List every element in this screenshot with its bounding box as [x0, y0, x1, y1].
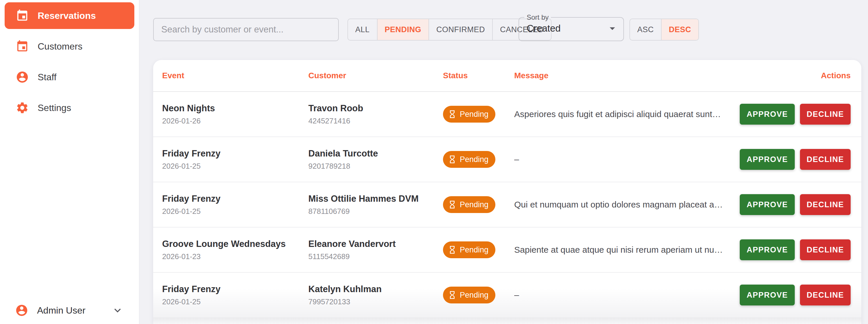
sidebar-item-reservations[interactable]: Reservations: [5, 2, 134, 29]
customer-name: Daniela Turcotte: [308, 148, 443, 159]
sort-order-group: ASC DESC: [629, 19, 699, 40]
event-name: Friday Frenzy: [162, 193, 308, 204]
status-label: Pending: [460, 200, 489, 209]
table-row: Friday Frenzy 2026-01-25 Miss Ottilie Ha…: [153, 182, 861, 228]
customer-phone: 8781106769: [308, 207, 443, 216]
column-header-status: Status: [443, 71, 514, 80]
table-row: Neon Nights 2026-01-26 Travon Roob 42452…: [153, 92, 861, 137]
event-date: 2026-01-25: [162, 207, 308, 216]
customer-name: Eleanore Vandervort: [308, 238, 443, 249]
sort-by-value: Created: [527, 23, 560, 34]
status-filter-button[interactable]: PENDING: [377, 19, 429, 40]
user-name: Admin User: [37, 305, 85, 316]
decline-button[interactable]: DECLINE: [800, 149, 850, 170]
sort-order-button[interactable]: ASC: [630, 19, 661, 40]
table-row: Friday Frenzy 2026-01-25 Katelyn Kuhlman…: [153, 273, 861, 318]
status-badge: Pending: [443, 151, 495, 168]
hourglass-icon: [447, 155, 457, 164]
message-text: Qui et numquam ut optio dolores magnam p…: [514, 200, 729, 209]
event-name: Groove Lounge Wednesdays: [162, 238, 308, 249]
message-text: Sapiente at quae atque qui nisi rerum ap…: [514, 245, 729, 255]
customer-phone: 7995720133: [308, 297, 443, 306]
sidebar: Reservations Customers Staff Settings Ad…: [0, 0, 140, 324]
hourglass-icon: [447, 290, 457, 300]
message-text: –: [514, 290, 729, 300]
customer-name: Travon Roob: [308, 103, 443, 114]
customer-name: Katelyn Kuhlman: [308, 284, 443, 294]
approve-button[interactable]: APPROVE: [740, 194, 795, 215]
status-badge: Pending: [443, 287, 495, 303]
reservations-table: Event Customer Status Message Actions Ne…: [153, 60, 861, 324]
decline-button[interactable]: DECLINE: [800, 285, 850, 305]
table-row: Groove Lounge Wednesdays 2026-01-23 Elea…: [153, 228, 861, 273]
user-menu[interactable]: Admin User: [0, 304, 139, 317]
message-text: –: [514, 154, 729, 164]
status-label: Pending: [460, 110, 489, 119]
approve-button[interactable]: APPROVE: [740, 104, 795, 125]
approve-button[interactable]: APPROVE: [740, 149, 795, 170]
account-circle-icon: [16, 70, 29, 84]
event-calendar-icon: [16, 40, 29, 53]
customer-phone: 5115542689: [308, 252, 443, 261]
search-input[interactable]: [153, 18, 339, 41]
message-text: Asperiores quis fugit et adipisci aliqui…: [514, 109, 729, 119]
event-name: Friday Frenzy: [162, 148, 308, 159]
table-body: Neon Nights 2026-01-26 Travon Roob 42452…: [153, 92, 861, 318]
sort-order-button[interactable]: DESC: [661, 19, 698, 40]
event-date: 2026-01-25: [162, 162, 308, 171]
sidebar-item-settings[interactable]: Settings: [5, 94, 134, 121]
hourglass-icon: [447, 200, 457, 209]
sidebar-item-label: Customers: [38, 41, 83, 52]
gear-icon: [16, 101, 29, 115]
table-header-row: Event Customer Status Message Actions: [153, 60, 861, 92]
status-badge: Pending: [443, 241, 495, 258]
next-row-partial: [153, 318, 861, 324]
approve-button[interactable]: APPROVE: [740, 239, 795, 260]
hourglass-icon: [447, 110, 457, 119]
status-label: Pending: [460, 245, 489, 255]
sidebar-item-customers[interactable]: Customers: [5, 33, 134, 60]
sort-by-select[interactable]: Sort by Created: [519, 13, 624, 41]
table-row: Friday Frenzy 2026-01-25 Daniela Turcott…: [153, 137, 861, 182]
status-filter-button[interactable]: CONFIRMED: [429, 19, 492, 40]
event-calendar-icon: [16, 9, 29, 22]
dropdown-arrow-icon: [606, 22, 619, 35]
customer-name: Miss Ottilie Hammes DVM: [308, 193, 443, 204]
status-badge: Pending: [443, 196, 495, 213]
event-date: 2026-01-23: [162, 252, 308, 261]
column-header-event: Event: [162, 71, 308, 80]
status-filter-button[interactable]: ALL: [348, 19, 377, 40]
status-label: Pending: [460, 155, 489, 164]
sort-by-label: Sort by: [524, 13, 551, 22]
decline-button[interactable]: DECLINE: [800, 104, 850, 125]
hourglass-icon: [447, 245, 457, 255]
sidebar-item-label: Reservations: [38, 10, 96, 21]
column-header-customer: Customer: [308, 71, 443, 80]
customer-phone: 4245271416: [308, 117, 443, 125]
status-label: Pending: [460, 291, 489, 300]
approve-button[interactable]: APPROVE: [740, 285, 795, 305]
chevron-down-icon: [111, 304, 124, 317]
event-date: 2026-01-25: [162, 297, 308, 306]
decline-button[interactable]: DECLINE: [800, 194, 850, 215]
event-name: Friday Frenzy: [162, 284, 308, 294]
event-name: Neon Nights: [162, 103, 308, 114]
sidebar-item-staff[interactable]: Staff: [5, 64, 134, 90]
column-header-message: Message: [514, 71, 729, 80]
account-circle-icon: [15, 304, 28, 317]
decline-button[interactable]: DECLINE: [800, 239, 850, 260]
column-header-actions: Actions: [729, 71, 850, 80]
status-badge: Pending: [443, 106, 495, 123]
customer-phone: 9201789218: [308, 162, 443, 171]
sidebar-item-label: Settings: [38, 102, 71, 113]
sidebar-item-label: Staff: [38, 72, 57, 83]
event-date: 2026-01-26: [162, 117, 308, 125]
